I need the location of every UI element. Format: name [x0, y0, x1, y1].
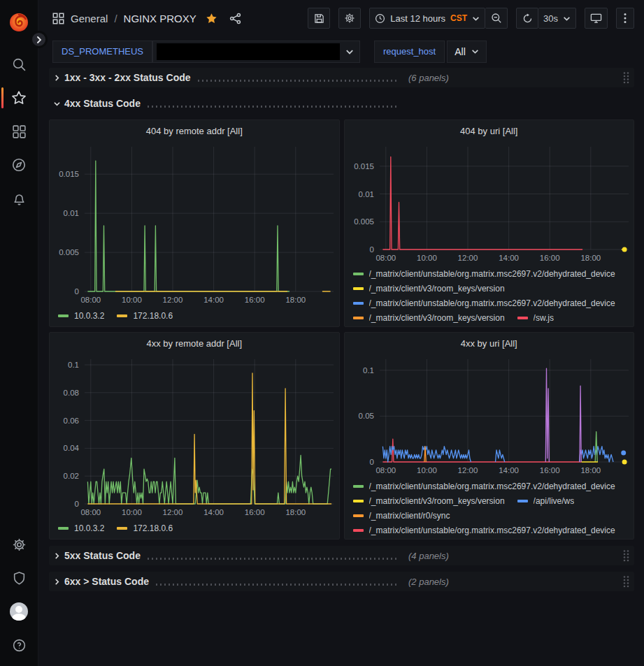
row-6xx[interactable]: 6xx > Status Code (2 panels) — [49, 572, 634, 591]
row-drag-handle[interactable] — [622, 549, 630, 563]
drag-handle-icon — [622, 71, 630, 85]
svg-text:0.05: 0.05 — [358, 412, 373, 420]
legend-item[interactable]: /api/live/ws — [517, 493, 575, 508]
row-drag-handle[interactable] — [622, 575, 630, 588]
time-range-picker[interactable]: Last 12 hours CST — [369, 8, 485, 29]
star-icon — [11, 90, 27, 106]
legend-swatch — [353, 500, 364, 502]
legend-item[interactable]: 10.0.3.2 — [58, 308, 104, 323]
grafana-logo-icon — [8, 11, 30, 34]
save-dashboard-button[interactable] — [308, 8, 330, 29]
request-host-select[interactable]: All — [447, 41, 487, 63]
legend-label: 10.0.3.2 — [74, 311, 104, 321]
svg-text:08:00: 08:00 — [80, 508, 101, 516]
legend-item[interactable]: /_matrix/client/unstable/org.matrix.msc2… — [353, 266, 615, 281]
legend-item[interactable]: /_matrix/client/unstable/org.matrix.msc2… — [353, 523, 615, 537]
kebab-menu-button[interactable] — [616, 8, 634, 29]
bell-icon — [12, 191, 27, 206]
row-drag-handle[interactable] — [622, 71, 630, 85]
request-host-variable-label[interactable]: request_host — [374, 41, 445, 63]
row-5xx[interactable]: 5xx Status Code (4 panels) — [49, 546, 634, 565]
panel-4xx-by-uri: 4xx by uri [All] 00.050.108:0010:0012:00… — [344, 332, 635, 540]
sidebar-expand-button[interactable] — [30, 31, 48, 48]
panel-header[interactable]: 404 by uri [All] — [345, 120, 634, 141]
svg-text:18:00: 18:00 — [285, 296, 306, 304]
refresh-controls: 30s — [516, 8, 576, 29]
timeseries-chart[interactable]: 00.050.108:0010:0012:0014:0016:0018:00 — [345, 354, 634, 477]
share-button[interactable] — [227, 10, 244, 27]
svg-text:0.01: 0.01 — [64, 209, 79, 217]
row-panel-count: (4 panels) — [408, 551, 449, 561]
legend-item[interactable]: /_matrix/client/unstable/org.matrix.msc2… — [353, 479, 615, 493]
refresh-button[interactable] — [516, 8, 538, 29]
legend-item[interactable]: 172.18.0.6 — [117, 521, 173, 535]
sidebar-item-profile[interactable] — [0, 595, 38, 628]
chevron-right-icon — [36, 36, 43, 43]
timeseries-chart[interactable]: 00.0050.010.01508:0010:0012:0014:0016:00… — [50, 141, 339, 307]
sidebar-item-help[interactable] — [0, 628, 38, 662]
chevron-right-icon — [54, 75, 60, 81]
cycle-view-mode-button[interactable] — [585, 8, 608, 29]
svg-text:16:00: 16:00 — [539, 466, 559, 475]
chevron-down-icon — [54, 101, 60, 107]
legend-item[interactable]: /sw.js — [517, 310, 554, 325]
legend-item[interactable]: /_matrix/client/v3/room_keys/version — [353, 310, 505, 325]
svg-text:14:00: 14:00 — [499, 254, 519, 262]
zoom-out-time-button[interactable] — [485, 8, 508, 29]
drag-handle-icon — [622, 575, 630, 588]
sidebar-item-alerting[interactable] — [0, 182, 38, 215]
timeseries-chart[interactable]: 00.0050.010.01508:0010:0012:0014:0016:00… — [345, 141, 634, 265]
breadcrumb-section[interactable]: General — [71, 13, 108, 24]
row-1xx-3xx-2xx[interactable]: 1xx - 3xx - 2xx Status Code (6 panels) — [49, 68, 634, 87]
datasource-variable-label[interactable]: DS_PROMETHEUS — [52, 41, 152, 63]
panel-legend: /_matrix/client/unstable/org.matrix.msc2… — [345, 265, 634, 326]
legend-label: /sw.js — [534, 313, 554, 323]
legend-swatch — [517, 317, 528, 319]
datasource-select[interactable] — [152, 41, 360, 63]
panel-header[interactable]: 4xx by remote addr [All] — [50, 333, 339, 354]
legend-label: 10.0.3.2 — [74, 523, 104, 533]
sidebar-item-configuration[interactable] — [0, 528, 38, 561]
svg-text:0.005: 0.005 — [354, 217, 374, 226]
panel-legend: /_matrix/client/unstable/org.matrix.msc2… — [345, 477, 634, 539]
chevron-down-icon — [345, 48, 354, 56]
svg-text:0: 0 — [369, 245, 373, 254]
legend-item[interactable]: 172.18.0.6 — [117, 308, 173, 323]
legend-item[interactable]: /_matrix/client/v3/room_keys/version — [353, 493, 505, 508]
legend-swatch — [353, 485, 364, 488]
row-dots — [148, 558, 397, 560]
row-dots — [198, 80, 397, 82]
refresh-interval-picker[interactable]: 30s — [538, 8, 576, 29]
sidebar-item-explore[interactable] — [0, 148, 38, 182]
dashboard-content: 1xx - 3xx - 2xx Status Code (6 panels) 4… — [38, 66, 644, 666]
legend-item[interactable]: /_matrix/client/unstable/org.matrix.msc2… — [353, 296, 615, 310]
legend-label: /_matrix/client/r0/sync — [369, 511, 450, 521]
legend-item[interactable]: /_matrix/client/v3/room_keys/version — [353, 281, 505, 296]
legend-swatch — [353, 514, 364, 517]
main-area: General / NGINX PROXY — [38, 0, 644, 666]
svg-text:0: 0 — [369, 458, 373, 466]
panel-title: 4xx by uri [All] — [461, 338, 517, 349]
refresh-icon — [522, 13, 533, 24]
sidebar-item-starred[interactable] — [0, 81, 38, 115]
svg-text:0.04: 0.04 — [64, 444, 80, 452]
dashboard-settings-button[interactable] — [338, 8, 361, 29]
legend-item[interactable]: 10.0.3.2 — [58, 521, 104, 535]
dashboard-title[interactable]: NGINX PROXY — [124, 13, 196, 24]
datasource-value-redacted — [157, 43, 340, 60]
variables-bar: DS_PROMETHEUS request_host All — [38, 36, 644, 66]
row-4xx[interactable]: 4xx Status Code — [49, 94, 634, 113]
svg-text:10:00: 10:00 — [122, 296, 142, 304]
sidebar-item-search[interactable] — [0, 48, 38, 81]
legend-item[interactable]: /_matrix/client/r0/sync — [353, 508, 450, 523]
favorite-star-button[interactable] — [203, 10, 220, 27]
panel-header[interactable]: 4xx by uri [All] — [345, 333, 634, 354]
svg-text:0.06: 0.06 — [64, 417, 79, 425]
panel-header[interactable]: 404 by remote addr [All] — [50, 120, 339, 141]
sidebar-item-server-admin[interactable] — [0, 561, 38, 595]
sidebar-item-dashboards[interactable] — [0, 115, 38, 148]
svg-text:14:00: 14:00 — [499, 466, 519, 475]
search-icon — [12, 57, 27, 72]
timeseries-chart[interactable]: 00.020.040.060.080.108:0010:0012:0014:00… — [50, 354, 339, 519]
apps-icon — [52, 13, 64, 24]
